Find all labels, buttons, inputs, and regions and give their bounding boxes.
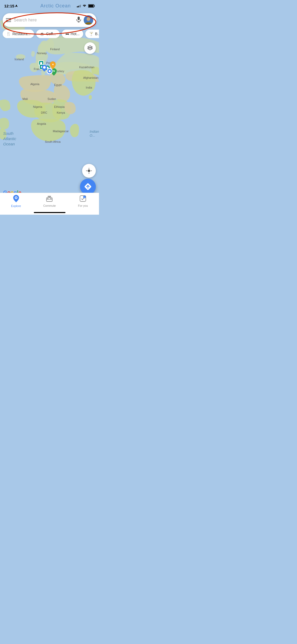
drc-label: DRC (41, 111, 47, 114)
madagascar-label: Madagascar (53, 130, 69, 133)
explore-label: Explore (11, 204, 21, 208)
commute-label: Commute (43, 204, 56, 207)
chip-hotels-label: Hot... (71, 32, 79, 36)
hotel-icon: 🛏 (65, 32, 69, 36)
svg-rect-41 (48, 196, 51, 197)
svg-marker-25 (88, 47, 92, 50)
afghanistan-label: Afghanistan (83, 76, 98, 79)
for-you-icon: + (79, 195, 86, 203)
chip-coffee-label: Coff... (46, 32, 56, 36)
kazakhstan-label: Kazakhstan (79, 66, 94, 69)
hamburger-button[interactable] (6, 18, 11, 22)
angola-label: Angola (37, 122, 46, 125)
location-arrow-icon (15, 4, 18, 7)
map-pin-current-location[interactable] (47, 68, 53, 75)
search-bar: Search here (3, 13, 96, 27)
commute-icon (46, 195, 53, 203)
south-atlantic-ocean-label: SouthAtlanticOcean (3, 131, 16, 147)
layer-button[interactable] (84, 42, 96, 54)
svg-rect-38 (47, 198, 48, 199)
filter-chips: 🍴 Restaura... ☕ Coff... 🛏 Hot... 🍸 B... (3, 30, 99, 38)
chip-hotels[interactable]: 🛏 Hot... (62, 30, 83, 38)
bar-icon: 🍸 (89, 32, 93, 36)
south-africa-label: South Africa (45, 140, 60, 143)
chip-coffee[interactable]: ☕ Coff... (36, 30, 59, 38)
svg-rect-18 (78, 17, 80, 20)
search-input[interactable]: Search here (14, 18, 74, 22)
status-time: 12:15 (4, 4, 18, 8)
svg-marker-24 (88, 46, 92, 48)
chip-bars[interactable]: 🍸 B... (85, 30, 99, 38)
svg-rect-16 (94, 5, 95, 7)
explore-icon (13, 195, 19, 203)
finland-label: Finland (50, 48, 60, 51)
algeria-label: Algeria (30, 82, 39, 86)
svg-rect-39 (50, 198, 51, 199)
status-bar: 12:15 (0, 0, 99, 12)
chip-restaurants[interactable]: 🍴 Restaura... (3, 30, 34, 38)
chip-restaurants-label: Restaura... (12, 32, 30, 36)
user-avatar[interactable] (84, 15, 93, 25)
wifi-icon (82, 4, 87, 7)
svg-text:+: + (84, 196, 85, 199)
battery-icon (88, 4, 95, 8)
svg-point-22 (87, 17, 90, 21)
signal-icon (77, 4, 81, 7)
map-pin-blue-drop[interactable] (42, 65, 47, 73)
svg-point-12 (49, 70, 51, 72)
indian-ocean-label: IndianO... (90, 130, 99, 137)
nigeria-label: Nigeria (33, 105, 42, 108)
svg-rect-17 (89, 5, 93, 7)
svg-text:★: ★ (52, 63, 54, 66)
restaurant-icon: 🍴 (6, 32, 11, 36)
svg-point-3 (89, 95, 92, 100)
egypt-label: Egypt (54, 83, 62, 86)
coffee-icon: ☕ (40, 32, 44, 36)
status-icons (77, 4, 95, 8)
kenya-label: Kenya (57, 111, 65, 114)
bottom-nav: Explore Commute + For you (0, 193, 99, 215)
ethiopia-label: Ethiopia (54, 105, 65, 108)
nav-commute[interactable]: Commute (43, 195, 56, 207)
svg-marker-14 (15, 4, 18, 7)
directions-button[interactable] (80, 179, 96, 195)
svg-point-35 (15, 197, 17, 199)
chip-bars-label: B... (95, 32, 99, 36)
nav-for-you[interactable]: + For you (78, 195, 88, 207)
home-indicator (34, 212, 65, 213)
india-label: India (86, 86, 92, 89)
svg-point-8 (43, 66, 46, 69)
location-button[interactable] (82, 164, 96, 178)
iceland-label: Iceland (15, 58, 24, 61)
sudan-label: Sudan (48, 97, 56, 100)
svg-rect-36 (46, 198, 52, 201)
nav-explore[interactable]: Explore (11, 195, 21, 208)
norway-label: Norway (37, 52, 47, 55)
for-you-label: For you (78, 204, 88, 207)
mic-button[interactable] (76, 17, 81, 24)
mali-label: Mali (22, 97, 28, 100)
